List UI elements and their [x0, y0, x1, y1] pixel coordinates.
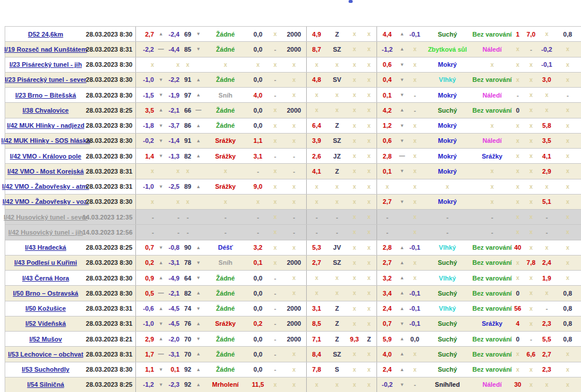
alert-value-1: x	[512, 210, 523, 224]
precip-x: x	[268, 195, 282, 209]
road-condition: Suchý	[423, 362, 472, 377]
wind-gust: x	[347, 149, 361, 163]
station-link[interactable]: I/42 Husovický tunel - sever	[3, 214, 87, 221]
alert-value-2: -	[523, 42, 539, 56]
station-cell: I/43 Černá Hora	[5, 271, 86, 285]
station-link[interactable]: I/42 VMO - Most Korejská	[8, 168, 84, 175]
road-temp: 0,4	[376, 73, 397, 87]
road-condition: Suchý	[423, 27, 472, 41]
wind-gust: x	[347, 27, 361, 41]
station-link[interactable]: I/52 Mušov	[29, 336, 62, 343]
humidity-trend-icon: ▼	[193, 301, 203, 316]
air-temp-trend-icon: ▼	[156, 377, 166, 392]
alert-value-1: x	[512, 347, 523, 361]
alert-value-3: 5,5	[539, 332, 554, 346]
table-row: I/23 Pisárecký tunel - sever28.03.2023 8…	[5, 73, 581, 88]
precip-x: x	[268, 377, 282, 392]
alert-value-2: x	[523, 301, 539, 316]
precip-intensity: 0,0	[248, 347, 268, 361]
alert-value-4: x	[554, 347, 581, 361]
precip-intensity: 9,0	[248, 179, 268, 194]
air-temp: -1,5	[135, 88, 156, 102]
road-temp: 1,2	[376, 118, 397, 133]
station-link[interactable]: I/53 Suchohrdly	[22, 366, 70, 373]
wind-direction: Z	[327, 118, 347, 133]
visibility: -	[282, 210, 306, 224]
visibility: 2000	[282, 103, 306, 117]
station-link[interactable]: I/42 MUK Hlinky - nadjezd	[7, 122, 84, 129]
table-row: I/19 Rozseč nad Kunštátem28.03.2023 8:31…	[5, 42, 581, 57]
humidity: 66	[182, 103, 193, 117]
wind-speed: 8,5	[306, 317, 327, 331]
alert-value-2: x	[523, 362, 539, 377]
station-link[interactable]: I/42 MUK Hlinky - SOS hláska	[1, 137, 90, 144]
station-link[interactable]: I/42 Husovický tunel - jih	[8, 229, 83, 236]
station-link[interactable]: I/50 Brno – Ostravská	[13, 290, 78, 297]
air-temp-trend-icon: ▼	[156, 73, 166, 87]
alert-value-1: x	[512, 179, 523, 194]
station-cell: I/19 Rozseč nad Kunštátem	[5, 42, 86, 56]
station-link[interactable]: I/42 VMO - Královo pole	[10, 153, 81, 160]
station-link[interactable]: I/43 Hradecká	[25, 244, 66, 251]
road-temp: -	[376, 225, 397, 239]
road-condition: Vlhký	[423, 240, 472, 255]
station-link[interactable]: I/50 Kožušice	[26, 305, 66, 312]
table-row: I/43 Černá Hora28.03.2023 8:300,9▲-4,964…	[5, 271, 581, 286]
road-temp-delta: x	[407, 42, 423, 56]
road-temp-trend-icon: ▼	[397, 134, 407, 148]
station-cell: I/23 Pisárecký tunel - jih	[5, 57, 86, 72]
warning: Srážky	[472, 317, 512, 331]
air-temp-trend-icon: —	[156, 347, 166, 361]
table-row: I/42 Husovický tunel - sever14.03.2023 1…	[5, 210, 581, 225]
station-link[interactable]: I/42 VMO - Žabovřesky - atm.	[2, 183, 89, 190]
road-temp-trend-icon: ▼	[397, 118, 407, 133]
precip-intensity: x	[248, 195, 268, 209]
precip-type: Srážky	[203, 317, 248, 331]
station-link[interactable]: I/23 Pisárecký tunel - jih	[9, 61, 82, 68]
air-temp-trend-icon: ▼	[156, 88, 166, 102]
measure-time: 28.03.2023 8:31	[86, 301, 135, 316]
station-link[interactable]: I/23 Brno – Bítešská	[15, 92, 76, 99]
precip-x: x	[268, 103, 282, 117]
wind-gust: x	[347, 118, 361, 133]
station-link[interactable]: I/54 Silničná	[27, 381, 64, 388]
wind-speed: 2,6	[306, 149, 327, 163]
dew-point: x	[166, 195, 182, 209]
road-temp: -1,2	[376, 42, 397, 56]
station-link[interactable]: I/43 Podlesí u Kuřimi	[14, 259, 77, 266]
station-link[interactable]: I/38 Chvalovice	[23, 107, 69, 114]
air-temp: 2,7	[135, 27, 156, 41]
warning: Bez varování	[472, 301, 512, 316]
wind-direction: Z	[327, 301, 347, 316]
measure-time: 28.03.2023 8:25	[86, 377, 135, 392]
precip-x: -	[268, 362, 282, 377]
humidity-trend-icon: ▲	[193, 286, 203, 300]
station-link[interactable]: I/23 Pisárecký tunel - sever	[5, 76, 87, 83]
wind-gust-direction: x	[361, 240, 376, 255]
wind-gust-direction: x	[361, 118, 376, 133]
station-link[interactable]: I/19 Rozseč nad Kunštátem	[4, 46, 87, 53]
alert-value-1: 30	[512, 377, 523, 392]
road-condition: Mokrý	[423, 195, 472, 209]
precip-type: Sníh	[203, 256, 248, 270]
station-link[interactable]: I/52 Vídeňská	[26, 320, 66, 327]
wind-direction: Z	[327, 317, 347, 331]
station-cell: I/38 Chvalovice	[5, 103, 86, 117]
station-link[interactable]: I/43 Černá Hora	[22, 275, 69, 282]
wind-gust-direction: x	[361, 271, 376, 285]
station-link[interactable]: I/53 Lechovice – obchvat	[8, 351, 84, 358]
air-temp-trend-icon: ▲	[156, 301, 166, 316]
wind-direction: SV	[327, 73, 347, 87]
visibility: x	[282, 73, 306, 87]
station-link[interactable]: I/42 VMO - Žabovřesky - voz.	[2, 198, 89, 205]
station-link[interactable]: D52 24,6km	[28, 31, 63, 38]
warning: Bez varování	[472, 271, 512, 285]
air-temp: 1,1	[135, 362, 156, 377]
table-row: I/23 Brno – Bítešská28.03.2023 8:30-1,5▼…	[5, 88, 581, 103]
wind-gust-direction: x	[361, 164, 376, 178]
visibility: x	[282, 134, 306, 148]
humidity-trend-icon: ▲	[193, 118, 203, 133]
dew-point: 0,1	[166, 362, 182, 377]
warning: x	[472, 57, 512, 72]
air-temp: x	[135, 195, 156, 209]
